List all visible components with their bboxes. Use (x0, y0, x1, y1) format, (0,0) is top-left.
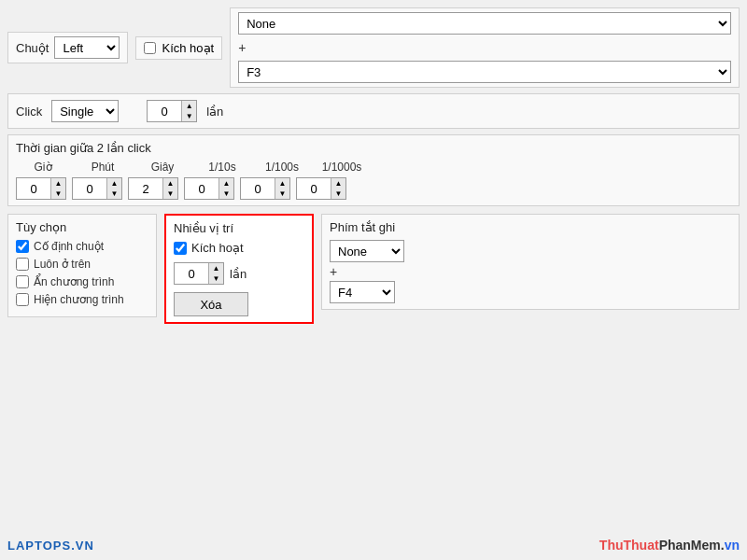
none-select-top[interactable]: None Ctrl Alt Shift (238, 12, 731, 35)
nhieu-vi-tri-title: Nhiều vị trí (174, 221, 304, 235)
gio-spinbox: ▲ ▼ (16, 177, 66, 200)
watermark-left: LAPTOPS.VN (7, 539, 94, 553)
co-dinh-checkbox[interactable] (16, 240, 29, 253)
lan-spin-down[interactable]: ▼ (181, 111, 196, 121)
luon-o-tren-checkbox[interactable] (16, 258, 29, 271)
hundredth-up[interactable]: ▲ (275, 178, 289, 189)
thoigian-title: Thời gian giữa 2 lần click (16, 141, 731, 155)
lan-input[interactable] (148, 101, 181, 121)
tenth-spinbox: ▲ ▼ (184, 177, 234, 200)
chuot-block: Chuột Left Right Middle (7, 32, 128, 63)
lan-spin-up[interactable]: ▲ (181, 101, 196, 111)
an-chuong-trinh-checkbox[interactable] (16, 275, 29, 288)
main-container: Chuột Left Right Middle Kích hoạt None C… (0, 0, 747, 560)
nhieu-vi-tri-col: Nhiều vị trí Kích hoạt ▲ ▼ lần Xóa (164, 214, 314, 324)
gio-down[interactable]: ▼ (50, 189, 65, 199)
phut-down[interactable]: ▼ (106, 189, 121, 199)
phut-up[interactable]: ▲ (106, 178, 121, 189)
none-f3-block: None Ctrl Alt Shift + F1F2F3 F4F5F6 (230, 7, 740, 88)
wm-vn: vn (725, 538, 740, 553)
kichhoat-top-checkbox[interactable] (144, 42, 156, 54)
nhieu-lan-up[interactable]: ▲ (208, 263, 223, 273)
plus-sign-top: + (238, 40, 731, 55)
phut-spinbox: ▲ ▼ (72, 177, 122, 200)
nhieu-lan-input[interactable] (175, 263, 208, 284)
tenth-input[interactable] (185, 178, 218, 199)
thoigian-inputs: ▲ ▼ ▲ ▼ ▲ ▼ (16, 177, 731, 200)
f3-select[interactable]: F1F2F3 F4F5F6 (238, 61, 731, 83)
kich-hoat-label: Kích hoạt (191, 241, 244, 255)
click-label: Click (16, 105, 42, 119)
co-dinh-label: Cố định chuột (34, 240, 104, 253)
giay-up[interactable]: ▲ (162, 178, 177, 189)
hundredth-label: 1/100s (255, 161, 309, 174)
xoa-button[interactable]: Xóa (174, 292, 248, 316)
gio-label: Giờ (16, 161, 70, 174)
nhieu-lan-down[interactable]: ▼ (208, 273, 223, 284)
bottom-area: Tùy chọn Cố định chuột Luôn ở trên Ẩn ch… (7, 214, 740, 324)
hundredth-down[interactable]: ▼ (275, 189, 289, 199)
luon-o-tren-label: Luôn ở trên (34, 258, 91, 271)
thoigian-section: Thời gian giữa 2 lần click Giờ Phút Giây… (7, 134, 740, 206)
watermark-right: ThuThuatPhanMem.vn (599, 538, 740, 553)
thousandth-label: 1/1000s (315, 161, 369, 174)
click-select[interactable]: Single Double Triple (51, 100, 119, 122)
tuy-chon-col: Tùy chọn Cố định chuột Luôn ở trên Ẩn ch… (7, 214, 157, 317)
wm-thuat: Thuat (624, 538, 659, 553)
kich-hoat-checkbox[interactable] (174, 242, 187, 255)
f4-select[interactable]: F1F2F3 F4F5F6 (330, 281, 395, 303)
kichhoat-top-label: Kích hoạt (162, 41, 214, 55)
phut-label: Phút (76, 161, 130, 174)
gio-input[interactable] (17, 178, 50, 199)
nhieu-lan-label: lần (230, 267, 247, 281)
co-dinh-row: Cố định chuột (16, 240, 148, 253)
hien-chuong-trinh-row: Hiện chương trình (16, 293, 148, 306)
click-row: Click Single Double Triple ▲ ▼ lần (7, 93, 740, 129)
very-top-row: Chuột Left Right Middle Kích hoạt None C… (7, 7, 740, 88)
giay-label: Giây (135, 161, 190, 174)
phim-tat-none-select[interactable]: None Ctrl Alt Shift (330, 240, 404, 262)
kich-hoat-row: Kích hoạt (174, 241, 304, 255)
lan-spinbox: ▲ ▼ (147, 100, 197, 122)
an-chuong-trinh-label: Ẩn chương trình (34, 275, 114, 288)
lan-label: lần (206, 105, 223, 119)
tenth-up[interactable]: ▲ (218, 178, 233, 189)
wm-phan: Phan (659, 538, 691, 553)
tenth-label: 1/10s (195, 161, 249, 174)
phim-tat-col: Phím tắt ghi None Ctrl Alt Shift + F1F2F… (321, 214, 740, 310)
luon-o-tren-row: Luôn ở trên (16, 258, 148, 271)
giay-spinbox: ▲ ▼ (128, 177, 178, 200)
kichhoat-top-block: Kích hoạt (135, 36, 222, 60)
giay-down[interactable]: ▼ (162, 189, 177, 199)
hundredth-input[interactable] (241, 178, 275, 199)
thousandth-down[interactable]: ▼ (331, 189, 345, 199)
hien-chuong-trinh-checkbox[interactable] (16, 293, 29, 306)
wm-mem: Mem (691, 538, 721, 553)
wm-thu: Thu (599, 538, 624, 553)
an-chuong-trinh-row: Ẩn chương trình (16, 275, 148, 288)
phut-input[interactable] (73, 178, 106, 199)
nhieu-lan-spinbox: ▲ ▼ (174, 262, 224, 285)
chuot-select[interactable]: Left Right Middle (54, 36, 120, 59)
hien-chuong-trinh-label: Hiện chương trình (34, 293, 124, 306)
plus-sign-phim: + (330, 264, 731, 279)
hundredth-spinbox: ▲ ▼ (240, 177, 290, 200)
giay-input[interactable] (129, 178, 162, 199)
thousandth-up[interactable]: ▲ (331, 178, 345, 189)
thoigian-labels: Giờ Phút Giây 1/10s 1/100s 1/1000s (16, 161, 731, 174)
thousandth-spinbox: ▲ ▼ (296, 177, 346, 200)
chuot-label: Chuột (16, 41, 49, 55)
thousandth-input[interactable] (297, 178, 331, 199)
nhieu-lan-row: ▲ ▼ lần (174, 262, 304, 285)
phim-tat-title: Phím tắt ghi (330, 220, 731, 234)
tenth-down[interactable]: ▼ (218, 189, 233, 199)
tuy-chon-title: Tùy chọn (16, 220, 148, 234)
gio-up[interactable]: ▲ (50, 178, 65, 189)
